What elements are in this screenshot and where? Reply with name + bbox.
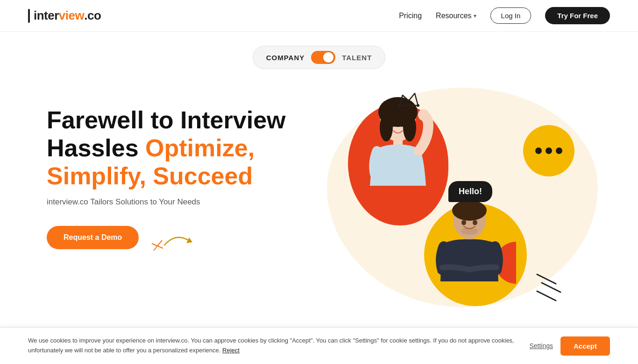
hello-bubble: Hello! <box>448 181 492 202</box>
deco-strokes <box>535 270 563 304</box>
svg-point-15 <box>391 121 396 127</box>
hero-subtitle: interview.co Tailors Solutions to Your N… <box>47 197 304 207</box>
toggle-section: COMPANY TALENT <box>0 46 638 69</box>
arrow-svg <box>148 227 199 255</box>
logo-text-co: .co <box>84 8 101 23</box>
dot-3 <box>556 147 562 154</box>
hero-left: Farewell to Interview Hassles Optimize, … <box>47 88 304 252</box>
toggle-pill[interactable]: COMPANY TALENT <box>253 46 386 69</box>
hero-title-line2: Hassles <box>47 134 145 161</box>
chevron-down-icon: ▾ <box>474 13 476 19</box>
request-demo-button[interactable]: Request a Demo <box>47 226 139 249</box>
settings-button[interactable]: Settings <box>529 342 553 350</box>
svg-point-16 <box>400 121 405 127</box>
logo-text-view: view <box>59 8 84 23</box>
svg-line-0 <box>157 240 162 246</box>
try-free-button[interactable]: Try For Free <box>545 7 610 24</box>
nav-resources[interactable]: Resources ▾ <box>436 12 476 20</box>
header: interview.co Pricing Resources ▾ Log In … <box>0 0 638 32</box>
dots-bubble-inner <box>523 125 574 176</box>
logo[interactable]: interview.co <box>28 8 101 23</box>
nav-resources-label: Resources <box>436 12 471 20</box>
svg-point-8 <box>417 104 419 107</box>
hero-illustration: Hello! <box>313 88 610 321</box>
man-figure <box>423 197 516 309</box>
nav-pricing[interactable]: Pricing <box>399 12 422 20</box>
dot-1 <box>535 147 542 154</box>
cookie-reject-link[interactable]: Reject <box>222 347 240 354</box>
svg-point-7 <box>407 99 410 102</box>
arrow-decoration <box>148 227 199 255</box>
hero-title: Farewell to Interview Hassles Optimize, … <box>47 106 304 190</box>
hero-title-orange: Optimize, <box>145 134 255 161</box>
hero-title-line1: Farewell to Interview <box>47 106 286 133</box>
hero-title-line3: Simplify, Succeed <box>47 162 253 189</box>
cookie-text-content: We use cookies to improve your experienc… <box>28 337 514 354</box>
accept-button[interactable]: Accept <box>560 336 610 356</box>
toggle-talent-label: TALENT <box>342 54 372 62</box>
toggle-company-label: COMPANY <box>266 54 305 62</box>
logo-text-inter: inter <box>34 8 59 23</box>
svg-point-6 <box>398 104 401 107</box>
crown-icon <box>397 91 420 112</box>
login-button[interactable]: Log In <box>490 7 532 24</box>
cookie-banner: We use cookies to improve your experienc… <box>0 327 638 364</box>
svg-point-18 <box>452 200 487 221</box>
cookie-actions: Settings Accept <box>529 336 610 356</box>
hero-section: Farewell to Interview Hassles Optimize, … <box>0 69 638 330</box>
svg-marker-4 <box>186 238 192 243</box>
svg-line-2 <box>157 246 163 248</box>
cookie-text: We use cookies to improve your experienc… <box>28 336 520 356</box>
svg-line-23 <box>537 274 556 284</box>
dot-2 <box>546 147 552 154</box>
toggle-knob <box>323 52 333 63</box>
toggle-switch[interactable] <box>311 51 335 64</box>
svg-line-3 <box>154 246 157 251</box>
svg-point-21 <box>461 220 466 225</box>
nav: Pricing Resources ▾ Log In Try For Free <box>399 7 610 24</box>
svg-line-1 <box>152 244 157 246</box>
logo-bar <box>28 9 30 23</box>
svg-point-22 <box>473 220 477 225</box>
dots-bubble <box>523 125 574 176</box>
svg-line-25 <box>537 291 556 301</box>
svg-point-12 <box>403 113 416 141</box>
svg-line-24 <box>542 283 560 292</box>
svg-point-11 <box>380 113 393 141</box>
hello-text: Hello! <box>459 187 482 196</box>
